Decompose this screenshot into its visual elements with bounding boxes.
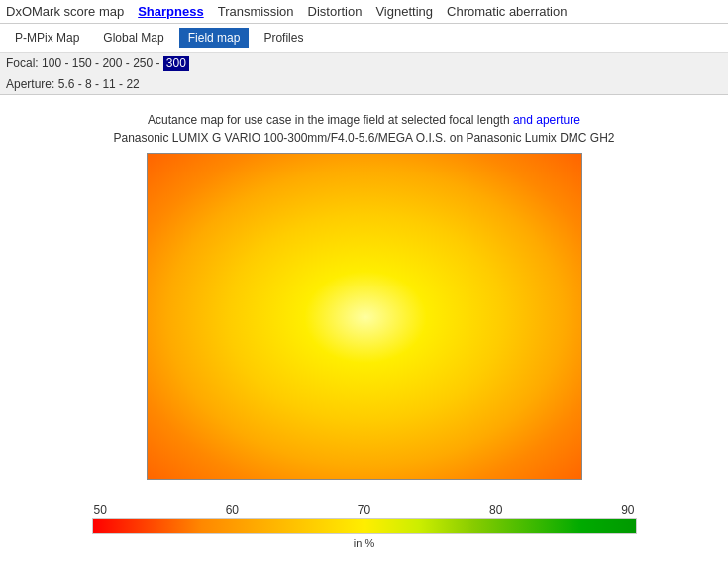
- tab-field[interactable]: Field map: [179, 28, 250, 48]
- scale-label-60: 60: [226, 503, 239, 516]
- description: Acutance map for use case in the image f…: [10, 111, 718, 147]
- scale-unit: in %: [92, 537, 637, 549]
- focal-label: Focal:: [6, 57, 39, 70]
- scale-section: 50 60 70 80 90 in %: [92, 503, 637, 549]
- heatmap-svg: [148, 154, 581, 479]
- desc-line1-highlight: and aperture: [510, 113, 580, 127]
- heatmap: [147, 153, 582, 480]
- scale-label-80: 80: [489, 503, 502, 516]
- focal-250[interactable]: 250: [133, 57, 153, 70]
- nav-vignetting[interactable]: Vignetting: [375, 4, 433, 19]
- nav-transmission[interactable]: Transmission: [218, 4, 294, 19]
- nav-sharpness[interactable]: Sharpness: [138, 4, 203, 19]
- scale-label-70: 70: [358, 503, 370, 516]
- desc-line2: Panasonic LUMIX G VARIO 100-300mm/F4.0-5…: [10, 129, 718, 147]
- top-nav: DxOMark score map Sharpness Transmission…: [0, 0, 728, 24]
- scale-label-90: 90: [621, 503, 634, 516]
- scale-bar: [92, 518, 637, 534]
- focal-row: Focal: 100 - 150 - 200 - 250 - 300: [0, 53, 728, 74]
- tab-pmpix[interactable]: P-MPix Map: [6, 28, 88, 48]
- desc-line1-prefix: Acutance map for use case in the image f…: [148, 113, 510, 127]
- focal-300[interactable]: 300: [163, 56, 189, 71]
- nav-chromatic[interactable]: Chromatic aberration: [447, 4, 567, 19]
- svg-rect-0: [148, 154, 581, 479]
- nav-distortion[interactable]: Distortion: [308, 4, 363, 19]
- aperture-row: Aperture: 5.6 - 8 - 11 - 22: [0, 74, 728, 95]
- aperture-label: Aperture:: [6, 77, 54, 91]
- main-content: Acutance map for use case in the image f…: [0, 95, 728, 559]
- tab-global[interactable]: Global Map: [94, 28, 172, 48]
- scale-label-50: 50: [94, 503, 107, 516]
- scale-labels: 50 60 70 80 90: [92, 503, 637, 516]
- focal-100[interactable]: 100: [42, 57, 61, 70]
- aperture-values: 5.6 - 8 - 11 - 22: [58, 77, 140, 91]
- score-map-label: DxOMark score map: [6, 4, 124, 19]
- focal-200[interactable]: 200: [102, 57, 122, 70]
- tab-profiles[interactable]: Profiles: [255, 28, 312, 48]
- focal-150[interactable]: 150: [72, 57, 92, 70]
- sub-nav: P-MPix Map Global Map Field map Profiles: [0, 24, 728, 53]
